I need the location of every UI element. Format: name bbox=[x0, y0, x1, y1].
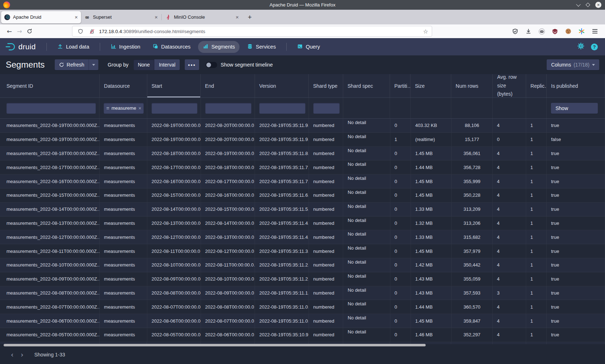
download-icon[interactable] bbox=[524, 27, 533, 36]
segment-id-cell[interactable]: measurements_2022-08-06T00:00:00.000Z… bbox=[0, 314, 100, 328]
table-row[interactable]: measurements_2022-08-08T00:00:00.000Z…me… bbox=[0, 286, 605, 300]
table-row[interactable]: measurements_2022-08-10T00:00:00.000Z…me… bbox=[0, 258, 605, 272]
column-header-10[interactable]: Avg. row size (bytes) bbox=[493, 74, 526, 97]
filter-input[interactable] bbox=[205, 103, 251, 114]
refresh-dropdown-button[interactable] bbox=[89, 59, 98, 70]
segment-id-cell[interactable]: measurements_2022-08-19T00:00:00.000Z… bbox=[0, 119, 100, 132]
table-row[interactable]: measurements_2022-08-06T00:00:00.000Z…me… bbox=[0, 314, 605, 328]
filter-input[interactable] bbox=[6, 103, 96, 114]
segment-id-cell[interactable]: measurements_2022-08-12T00:00:00.000Z… bbox=[0, 230, 100, 244]
cookie-extension-icon[interactable] bbox=[564, 27, 573, 36]
nav-services[interactable]: Services bbox=[242, 41, 281, 53]
ublock-origin-icon[interactable] bbox=[551, 27, 559, 36]
prev-page-button[interactable]: ‹ bbox=[7, 349, 17, 360]
table-row[interactable]: measurements_2022-08-13T00:00:00.000Z…me… bbox=[0, 217, 605, 231]
column-header-8[interactable]: Size bbox=[411, 74, 451, 97]
group-by-interval-button[interactable]: Interval bbox=[154, 59, 180, 70]
segment-id-cell[interactable]: measurements_2022-08-09T00:00:00.000Z… bbox=[0, 272, 100, 286]
help-icon[interactable]: ? bbox=[591, 44, 598, 50]
druid-logo[interactable]: druid bbox=[5, 42, 36, 51]
new-tab-button[interactable]: + bbox=[245, 13, 255, 21]
maximize-icon[interactable] bbox=[586, 3, 590, 7]
column-header-0[interactable]: Segment ID bbox=[0, 74, 100, 97]
table-row[interactable]: measurements_2022-08-17T00:00:00.000Z…me… bbox=[0, 160, 605, 174]
column-header-7[interactable]: Partiti… bbox=[390, 74, 411, 97]
nav-load-data[interactable]: Load data bbox=[53, 41, 94, 53]
segment-id-cell[interactable]: measurements_2022-08-17T00:00:00.000Z… bbox=[0, 160, 100, 174]
column-header-2[interactable]: Start bbox=[147, 74, 201, 97]
table-row[interactable]: measurements_2022-08-15T00:00:00.000Z…me… bbox=[0, 188, 605, 203]
table-row[interactable]: measurements_2022-08-14T00:00:00.000Z…me… bbox=[0, 203, 605, 217]
reload-button[interactable] bbox=[24, 26, 35, 36]
cell: No detail bbox=[343, 300, 390, 314]
url-bar[interactable]: 172.18.0.4:30899/unified-console.html#se… bbox=[72, 26, 432, 37]
settings-gear-icon[interactable] bbox=[577, 42, 584, 51]
extension-snowflake-icon[interactable] bbox=[577, 27, 586, 36]
segment-id-cell[interactable]: measurements_2022-08-07T00:00:00.000Z… bbox=[0, 300, 100, 314]
filter-input[interactable] bbox=[259, 103, 305, 114]
is-published-filter-button[interactable]: Show bbox=[551, 103, 598, 114]
extension-mask-icon[interactable] bbox=[537, 27, 546, 36]
tab-close-icon[interactable]: × bbox=[236, 14, 239, 20]
menu-hamburger-icon[interactable] bbox=[591, 27, 599, 36]
table-row[interactable]: measurements_2022-08-18T00:00:00.000Z…me… bbox=[0, 147, 605, 161]
table-row[interactable]: measurements_2022-08-11T00:00:00.000Z…me… bbox=[0, 244, 605, 258]
nav-datasources[interactable]: Datasources bbox=[148, 41, 195, 53]
tab-superset[interactable]: ∞ Superset × bbox=[81, 11, 161, 23]
segment-id-cell[interactable]: measurements_2022-08-14T00:00:00.000Z… bbox=[0, 203, 100, 216]
group-by-label: Group by bbox=[108, 62, 129, 68]
horizontal-scrollbar-thumb[interactable] bbox=[4, 344, 426, 346]
tab-close-icon[interactable]: × bbox=[75, 14, 78, 20]
column-header-11[interactable]: Replic… bbox=[526, 74, 547, 97]
column-header-9[interactable]: Num rows bbox=[451, 74, 493, 97]
remove-filter-icon[interactable]: × bbox=[138, 105, 141, 111]
table-row[interactable]: measurements_2022-08-09T00:00:00.000Z…me… bbox=[0, 272, 605, 286]
connection-not-secure-icon[interactable] bbox=[88, 27, 96, 36]
tracking-protection-icon[interactable] bbox=[76, 27, 85, 36]
segment-timeline-toggle[interactable] bbox=[206, 62, 217, 68]
segment-id-cell[interactable]: measurements_2022-08-11T00:00:00.000Z… bbox=[0, 244, 100, 258]
column-header-label: Segment ID bbox=[6, 83, 33, 89]
column-header-12[interactable]: Is published bbox=[547, 74, 605, 97]
column-header-4[interactable]: Version bbox=[255, 74, 309, 97]
table-row[interactable]: measurements_2022-08-19T00:00:00.000Z…me… bbox=[0, 133, 605, 147]
table-row[interactable]: measurements_2022-08-07T00:00:00.000Z…me… bbox=[0, 300, 605, 314]
segment-id-cell[interactable]: measurements_2022-08-10T00:00:00.000Z… bbox=[0, 258, 100, 272]
filter-input[interactable] bbox=[313, 103, 340, 114]
protections-shield-icon[interactable] bbox=[511, 27, 519, 36]
filter-input[interactable] bbox=[152, 103, 197, 114]
forward-button[interactable]: → bbox=[14, 26, 24, 36]
segment-id-cell[interactable]: measurements_2022-08-16T00:00:00.000Z… bbox=[0, 174, 100, 188]
bookmark-star-icon[interactable]: ☆ bbox=[423, 28, 428, 35]
segment-id-cell[interactable]: measurements_2022-08-15T00:00:00.000Z… bbox=[0, 188, 100, 202]
tab-apache-druid[interactable]: Apache Druid × bbox=[1, 11, 81, 23]
nav-query[interactable]: Query bbox=[292, 41, 325, 53]
group-by-none-button[interactable]: None bbox=[134, 59, 154, 70]
segment-id-cell[interactable]: measurements_2022-08-13T00:00:00.000Z… bbox=[0, 217, 100, 230]
more-options-button[interactable]: ••• bbox=[185, 59, 199, 70]
back-button[interactable]: ← bbox=[4, 26, 14, 36]
nav-ingestion[interactable]: Ingestion bbox=[106, 41, 145, 53]
next-page-button[interactable]: › bbox=[17, 349, 27, 360]
column-header-5[interactable]: Shard type bbox=[309, 74, 343, 97]
segment-id-cell[interactable]: measurements_2022-08-08T00:00:00.000Z… bbox=[0, 286, 100, 300]
refresh-button[interactable]: Refresh bbox=[55, 59, 89, 70]
column-header-3[interactable]: End bbox=[201, 74, 255, 97]
table-row[interactable]: measurements_2022-08-05T00:00:00.000Z…me… bbox=[0, 328, 605, 342]
tab-close-icon[interactable]: × bbox=[154, 14, 158, 20]
column-header-1[interactable]: Datasource bbox=[100, 74, 147, 97]
table-row[interactable]: measurements_2022-08-16T00:00:00.000Z…me… bbox=[0, 174, 605, 188]
datasource-filter-input[interactable]: =measureme× bbox=[104, 103, 144, 114]
columns-button[interactable]: Columns (17/18) bbox=[547, 59, 599, 70]
segment-id-cell[interactable]: measurements_2022-08-18T00:00:00.000Z… bbox=[0, 147, 100, 160]
table-row[interactable]: measurements_2022-08-19T00:00:00.000Z…me… bbox=[0, 119, 605, 133]
close-window-icon[interactable]: × bbox=[595, 2, 601, 8]
cell: 2022-08-19T05:35:11.0… bbox=[255, 300, 309, 314]
column-header-6[interactable]: Shard spec bbox=[343, 74, 390, 97]
segment-id-cell[interactable]: measurements_2022-08-19T00:00:00.000Z… bbox=[0, 133, 100, 146]
cell: 2022-08-14T00:00:00.0… bbox=[147, 203, 201, 216]
table-row[interactable]: measurements_2022-08-12T00:00:00.000Z…me… bbox=[0, 230, 605, 244]
tab-minio-console[interactable]: MinIO Console × bbox=[162, 11, 242, 23]
nav-segments[interactable]: Segments bbox=[198, 41, 239, 53]
segment-id-cell[interactable]: measurements_2022-08-05T00:00:00.000Z… bbox=[0, 328, 100, 342]
